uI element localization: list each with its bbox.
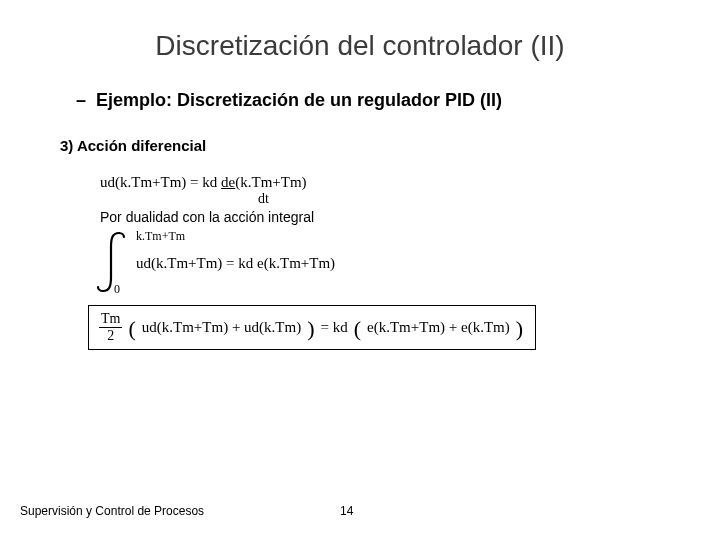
eq1-lhs: ud(k.Tm+Tm) = kd	[100, 174, 221, 190]
duality-text: Por dualidad con la acción integral	[100, 209, 680, 225]
eq1-dt: dt	[258, 191, 680, 207]
integral-upper-limit: k.Tm+Tm	[136, 229, 185, 244]
boxed-equation: Tm 2 ( ud(k.Tm+Tm) + ud(k.Tm) ) = kd ( e…	[88, 305, 536, 350]
page-number: 14	[340, 504, 353, 518]
page-title: Discretización del controlador (II)	[40, 30, 680, 62]
tm-over-2: Tm 2	[99, 312, 122, 343]
slide: Discretización del controlador (II) – Ej…	[0, 0, 720, 540]
example-bullet: – Ejemplo: Discretización de un regulado…	[76, 90, 680, 111]
integral-icon	[94, 229, 130, 295]
equation-derivative: ud(k.Tm+Tm) = kd de(k.Tm+Tm)	[100, 172, 680, 193]
bullet-dash: –	[76, 90, 86, 111]
boxed-left-inner: ud(k.Tm+Tm) + ud(k.Tm)	[142, 319, 301, 336]
integral-block: k.Tm+Tm ud(k.Tm+Tm) = kd e(k.Tm+Tm) 0	[100, 229, 680, 295]
frac-num: Tm	[99, 312, 122, 328]
integral-body: ud(k.Tm+Tm) = kd e(k.Tm+Tm)	[136, 255, 335, 272]
frac-den: 2	[107, 328, 114, 343]
footer-text: Supervisión y Control de Procesos	[20, 504, 204, 518]
boxed-right-inner: e(k.Tm+Tm) + e(k.Tm)	[367, 319, 510, 336]
bullet-text: Ejemplo: Discretización de un regulador …	[96, 90, 502, 111]
eq1-de: de	[221, 174, 235, 190]
section-label: 3) Acción diferencial	[60, 137, 680, 154]
boxed-mid: = kd	[321, 319, 348, 336]
eq1-rhs: (k.Tm+Tm)	[235, 174, 306, 190]
integral-lower-limit: 0	[114, 282, 120, 297]
